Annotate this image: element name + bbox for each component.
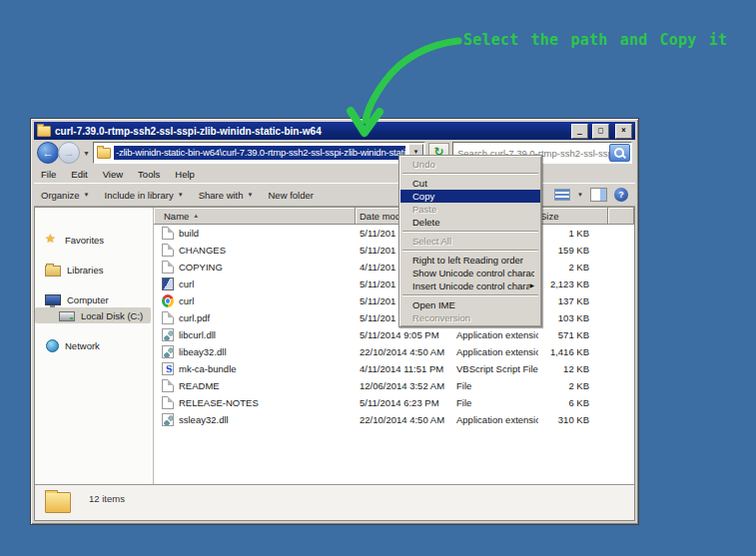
chevron-down-icon: ▼: [178, 192, 184, 198]
file-name: mk-ca-bundle: [179, 363, 237, 374]
file-type: File: [452, 380, 538, 391]
menu-bar-item[interactable]: File: [41, 169, 56, 180]
sidebar-item-icon: [45, 234, 59, 247]
file-row[interactable]: RELEASE-NOTES 5/11/2014 6:23 PM File 6 K…: [154, 394, 634, 411]
navigation-pane: Favorites Libraries Computer Local Disk …: [35, 208, 154, 484]
sidebar-item[interactable]: Local Disk (C:): [35, 307, 151, 323]
context-menu-item[interactable]: Insert Unicode control character ▶: [400, 279, 540, 292]
context-menu-item[interactable]: Open IME: [400, 298, 540, 311]
desktop: { "colors": { "annotation_green": "#2cc7…: [0, 0, 756, 556]
chevron-down-icon: ▼: [248, 192, 254, 198]
file-size: 137 KB: [538, 295, 608, 306]
file-type-icon: [162, 244, 174, 257]
file-size: 310 KB: [538, 414, 608, 425]
title-bar[interactable]: curl-7.39.0-rtmp-ssh2-ssl-sspi-zlib-wini…: [34, 122, 635, 140]
file-row[interactable]: build 5/11/201 1 KB: [154, 225, 634, 242]
file-size: 159 KB: [538, 245, 608, 256]
context-menu-item[interactable]: Show Unicode control characters: [400, 267, 540, 279]
item-count: 12 items: [89, 493, 125, 504]
window-title: curl-7.39.0-rtmp-ssh2-ssl-sspi-zlib-wini…: [55, 126, 567, 137]
context-menu-separator: [402, 250, 538, 252]
back-button[interactable]: ←: [37, 142, 59, 164]
file-date-modified: 22/10/2014 4:50 AM: [356, 346, 452, 357]
file-size: 12 KB: [538, 363, 608, 374]
minimize-button[interactable]: _: [571, 124, 588, 139]
file-row[interactable]: curl 5/11/201 2,123 KB: [154, 276, 634, 292]
nav-history-chevron-icon[interactable]: ▼: [83, 150, 90, 157]
maximize-button[interactable]: □: [592, 124, 609, 139]
change-view-icon[interactable]: [554, 189, 570, 201]
sidebar-item-icon: [45, 266, 61, 277]
sidebar-item[interactable]: Computer: [35, 291, 117, 307]
sidebar-item[interactable]: Libraries: [35, 262, 111, 278]
file-row[interactable]: ssleay32.dll 22/10/2014 4:50 AM Applicat…: [154, 411, 634, 428]
file-row[interactable]: CHANGES 5/11/201 159 KB: [154, 242, 634, 259]
file-size: 6 KB: [538, 397, 608, 408]
context-menu-item[interactable]: Delete: [400, 216, 540, 229]
file-type-icon: [162, 345, 174, 358]
file-row[interactable]: curl 5/11/201 137 KB: [154, 292, 634, 309]
context-menu-item[interactable]: Copy: [400, 190, 540, 203]
context-menu-item[interactable]: Cut: [400, 177, 540, 190]
chevron-down-icon: ▼: [84, 192, 90, 198]
menu-bar-item[interactable]: Edit: [71, 169, 87, 180]
file-size: 571 KB: [538, 329, 608, 340]
context-menu-separator: [402, 173, 538, 175]
file-name: libcurl.dll: [179, 329, 216, 340]
address-folder-icon: [97, 148, 111, 159]
sidebar-item[interactable]: Favorites: [35, 232, 112, 248]
file-size: 2 KB: [538, 380, 608, 391]
context-menu-item[interactable]: Right to left Reading order: [400, 254, 540, 267]
file-type-icon: [162, 261, 174, 274]
file-type: VBScript Script File: [452, 363, 538, 374]
sidebar-item[interactable]: Network: [35, 337, 108, 353]
sidebar-item-label: Libraries: [67, 265, 103, 276]
context-menu-separator: [402, 231, 538, 233]
forward-button[interactable]: →: [58, 142, 80, 164]
address-bar[interactable]: -zlib-winidn-static-bin-w64\curl-7.39.0-…: [93, 142, 425, 164]
file-row[interactable]: README 12/06/2014 3:52 AM File 2 KB: [154, 377, 634, 394]
file-name: COPYING: [179, 262, 223, 273]
status-folder-icon: [45, 492, 71, 513]
submenu-arrow-icon: ▶: [529, 279, 534, 292]
column-header-extra: [608, 208, 634, 225]
menu-bar-item[interactable]: Help: [175, 169, 195, 180]
file-type-icon: [162, 396, 174, 409]
toolbar-button[interactable]: Organize▼: [41, 190, 90, 201]
file-type-icon: [162, 379, 174, 392]
menu-bar-item[interactable]: View: [103, 169, 123, 180]
file-date-modified: 22/10/2014 4:50 AM: [356, 414, 452, 425]
file-size: 1 KB: [538, 228, 608, 239]
context-menu-item[interactable]: Reconversion: [400, 311, 540, 324]
column-header-size[interactable]: Size: [538, 208, 608, 225]
status-bar: 12 items: [34, 484, 635, 521]
column-headers: Name ▲ Date modified Type Size: [154, 208, 634, 225]
context-menu-item[interactable]: Undo: [400, 158, 540, 171]
file-type: Application extension: [452, 414, 538, 425]
context-menu-item[interactable]: Select All: [400, 235, 540, 248]
toolbar-button[interactable]: New folder: [268, 190, 317, 201]
address-selected-path[interactable]: -zlib-winidn-static-bin-w64\curl-7.39.0-…: [114, 146, 405, 160]
file-type: File: [452, 397, 538, 408]
file-row[interactable]: mk-ca-bundle 4/11/2014 11:51 PM VBScript…: [154, 360, 634, 377]
view-dropdown-chevron-icon[interactable]: ▼: [577, 192, 583, 198]
file-row[interactable]: libcurl.dll 5/11/2014 9:05 PM Applicatio…: [154, 326, 634, 343]
file-type-icon: [162, 413, 174, 426]
toolbar-button[interactable]: Share with▼: [199, 190, 254, 201]
close-button[interactable]: ×: [615, 124, 632, 139]
context-menu-item[interactable]: Paste: [400, 203, 540, 216]
file-row[interactable]: COPYING 4/11/201 2 KB: [154, 259, 634, 276]
column-header-name[interactable]: Name ▲: [154, 208, 356, 225]
file-name: curl: [179, 278, 194, 289]
menu-bar: FileEditViewToolsHelp: [34, 166, 635, 183]
file-row[interactable]: curl.pdf 5/11/201 103 KB: [154, 309, 634, 326]
file-row[interactable]: libeay32.dll 22/10/2014 4:50 AM Applicat…: [154, 343, 634, 360]
file-date-modified: 12/06/2014 3:52 AM: [356, 380, 452, 391]
toolbar-button[interactable]: Include in library▼: [105, 190, 184, 201]
sidebar-item-label: Network: [65, 340, 100, 351]
help-icon[interactable]: ?: [614, 188, 628, 202]
preview-pane-icon[interactable]: [590, 188, 607, 202]
file-name: CHANGES: [179, 245, 226, 256]
menu-bar-item[interactable]: Tools: [138, 169, 160, 180]
search-icon[interactable]: [609, 144, 630, 162]
